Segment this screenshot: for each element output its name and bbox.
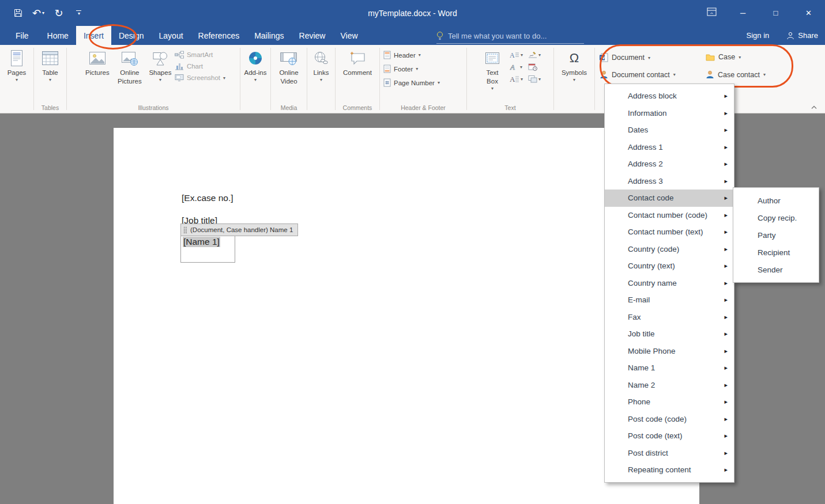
ribbon-display-options-button[interactable] — [707, 7, 717, 16]
share-button[interactable]: Share — [786, 31, 818, 40]
tab-review[interactable]: Review — [292, 26, 333, 45]
menu-item-address-2[interactable]: Address 2▸ — [605, 156, 734, 173]
tab-file[interactable]: File — [5, 26, 40, 45]
undo-dropdown-icon[interactable]: ▾ — [42, 10, 44, 16]
shapes-button[interactable]: Shapes ▾ — [146, 46, 175, 83]
signature-line-button[interactable]: ▾ — [528, 51, 541, 59]
object-dropdown-icon: ▾ — [538, 77, 541, 82]
save-button[interactable] — [13, 5, 23, 22]
doc-line-ex-case-no[interactable]: [Ex.case no.] — [182, 193, 233, 203]
chart-button[interactable]: Chart — [175, 62, 203, 70]
menu-item-email[interactable]: E-mail▸ — [605, 291, 734, 309]
menu-item-country-code[interactable]: Country (code)▸ — [605, 241, 734, 258]
menu-item-label: Job title — [628, 329, 655, 338]
footer-button[interactable]: Footer ▾ — [383, 65, 418, 73]
ribbon-group-text: Text Box ▾ A ▾ A ▾ A ▾ — [467, 45, 553, 113]
screenshot-dropdown-icon: ▾ — [223, 75, 225, 81]
menu-item-job-title[interactable]: Job title▸ — [605, 325, 734, 343]
document-contact-menu-button[interactable]: Document contact ▾ — [600, 70, 676, 79]
tab-layout[interactable]: Layout — [152, 26, 191, 45]
document-menu-dropdown-icon: ▾ — [648, 55, 650, 60]
table-button[interactable]: Table ▾ — [40, 46, 60, 83]
tab-view[interactable]: View — [333, 26, 365, 45]
menu-item-country-text[interactable]: Country (text)▸ — [605, 257, 734, 275]
date-time-button[interactable] — [528, 63, 541, 71]
pages-button[interactable]: Pages ▾ — [6, 46, 28, 83]
sign-in-link[interactable]: Sign in — [747, 31, 770, 40]
quick-access-toolbar: ↶ ▾ ↻ ▾ — [13, 0, 84, 26]
shapes-label: Shapes — [149, 69, 171, 77]
minimize-button[interactable]: ─ — [726, 0, 759, 26]
object-button[interactable]: ▾ — [528, 75, 541, 83]
menu-item-label: Country (code) — [628, 245, 679, 253]
tab-mailings[interactable]: Mailings — [247, 26, 291, 45]
menu-item-fax[interactable]: Fax▸ — [605, 309, 734, 326]
screenshot-button[interactable]: Screenshot ▾ — [175, 74, 225, 82]
tab-design[interactable]: Design — [111, 26, 152, 45]
table-icon — [42, 51, 59, 66]
smartart-label: SmartArt — [187, 51, 213, 58]
menu-item-post-district[interactable]: Post district▸ — [605, 445, 734, 462]
menu-item-address-1[interactable]: Address 1▸ — [605, 139, 734, 156]
links-button[interactable]: Links ▾ — [308, 46, 334, 83]
menu-item-post-code-code[interactable]: Post code (code)▸ — [605, 411, 734, 428]
svg-text:A: A — [510, 75, 515, 83]
addins-button[interactable]: Add-ins ▾ — [243, 46, 268, 83]
comment-button[interactable]: Comment — [340, 46, 375, 77]
drag-grip-icon[interactable] — [183, 226, 187, 233]
menu-item-contact-code[interactable]: Contact code▸ — [605, 190, 734, 207]
pictures-button[interactable]: Pictures — [81, 46, 114, 77]
symbols-button[interactable]: Ω Symbols ▾ — [556, 46, 592, 83]
online-video-button[interactable]: Online Video — [273, 46, 305, 86]
collapse-ribbon-button[interactable] — [811, 105, 818, 109]
case-contact-menu-button[interactable]: Case contact ▾ — [706, 70, 766, 79]
content-control-box[interactable]: [Name 1] — [180, 235, 235, 263]
wordart-dropdown-icon: ▾ — [520, 65, 522, 70]
collapse-ribbon-icon — [811, 105, 818, 109]
save-icon — [14, 9, 22, 17]
online-pictures-button[interactable]: Online Pictures — [114, 46, 146, 86]
maximize-button[interactable]: □ — [759, 0, 792, 26]
menu-item-repeating-content[interactable]: Repeating content▸ — [605, 461, 734, 479]
customize-quick-access-button[interactable]: ▾ — [73, 5, 84, 22]
group-label-media: Media — [281, 104, 297, 113]
menu-item-address-3[interactable]: Address 3▸ — [605, 173, 734, 190]
menu-item-name-2[interactable]: Name 2▸ — [605, 377, 734, 394]
content-control-tag[interactable]: (Document, Case handler) Name 1 — [180, 223, 298, 236]
menu-item-post-code-text[interactable]: Post code (text)▸ — [605, 427, 734, 445]
submenu-item-author[interactable]: Author — [733, 192, 819, 209]
submenu-item-sender[interactable]: Sender — [733, 261, 819, 278]
menu-item-country-name[interactable]: Country name▸ — [605, 275, 734, 292]
menu-item-contact-number-code[interactable]: Contact number (code)▸ — [605, 207, 734, 224]
menu-item-address-block[interactable]: Address block▸ — [605, 88, 734, 105]
menu-item-mobile-phone[interactable]: Mobile Phone▸ — [605, 343, 734, 360]
undo-button[interactable]: ↶ ▾ — [32, 5, 44, 22]
content-control-value[interactable]: [Name 1] — [183, 237, 220, 247]
quick-parts-button[interactable]: A ▾ — [510, 51, 523, 59]
menu-item-dates[interactable]: Dates▸ — [605, 122, 734, 139]
menu-item-label: Phone — [628, 397, 650, 406]
header-button[interactable]: Header ▾ — [383, 51, 421, 59]
footer-dropdown-icon: ▾ — [416, 66, 418, 71]
page-number-button[interactable]: Page Number ▾ — [383, 78, 440, 87]
submenu-item-party[interactable]: Party — [733, 226, 819, 244]
redo-button[interactable]: ↻ — [54, 5, 64, 22]
tab-insert[interactable]: Insert — [76, 26, 111, 45]
case-menu-button[interactable]: Case ▾ — [706, 53, 741, 61]
document-menu-button[interactable]: W Document ▾ — [600, 53, 650, 62]
submenu-item-copy-recip[interactable]: Copy recip. — [733, 209, 819, 226]
drop-cap-button[interactable]: A ▾ — [510, 75, 523, 83]
tab-references[interactable]: References — [191, 26, 247, 45]
pages-icon — [10, 50, 24, 67]
text-box-button[interactable]: Text Box ▾ — [480, 46, 505, 92]
tell-me-search[interactable]: Tell me what you want to do... — [436, 29, 584, 44]
tab-home[interactable]: Home — [40, 26, 76, 45]
menu-item-information[interactable]: Information▸ — [605, 105, 734, 122]
menu-item-name-1[interactable]: Name 1▸ — [605, 359, 734, 377]
smartart-button[interactable]: SmartArt — [175, 51, 213, 59]
submenu-item-recipient[interactable]: Recipient — [733, 244, 819, 261]
menu-item-phone[interactable]: Phone▸ — [605, 393, 734, 411]
wordart-button[interactable]: A ▾ — [510, 63, 523, 71]
close-button[interactable]: ✕ — [792, 0, 825, 26]
menu-item-contact-number-text[interactable]: Contact number (text)▸ — [605, 223, 734, 241]
